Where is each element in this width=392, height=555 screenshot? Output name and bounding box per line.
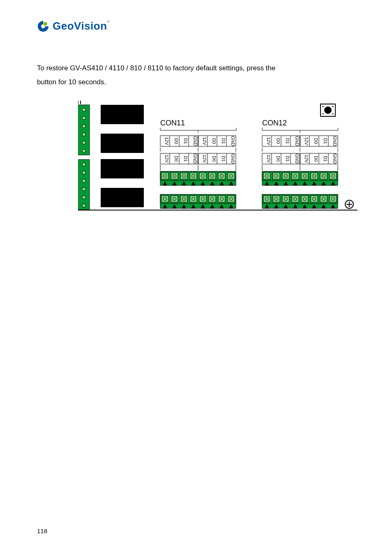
svg-rect-20 (101, 159, 144, 178)
svg-text:GND: GND (295, 154, 300, 164)
board-diagram: CON11 CON12 12V D0 D1 GND 12V D0 D1 GND (78, 101, 357, 214)
svg-text:D1: D1 (221, 156, 226, 162)
svg-point-12 (82, 163, 85, 166)
svg-point-149 (265, 174, 269, 178)
svg-text:D1: D1 (221, 138, 226, 144)
svg-text:12V: 12V (266, 155, 271, 163)
svg-text:D1: D1 (323, 138, 328, 144)
svg-point-104 (230, 197, 233, 201)
svg-text:GND: GND (332, 136, 337, 146)
svg-point-181 (294, 197, 297, 201)
brand-name: GeoVision (53, 20, 107, 32)
svg-point-185 (313, 197, 316, 201)
svg-text:GND: GND (193, 136, 198, 146)
svg-rect-4 (78, 105, 90, 155)
svg-point-102 (220, 197, 224, 201)
svg-text:12V: 12V (304, 155, 309, 163)
svg-point-183 (303, 197, 307, 201)
instruction-line1: To restore GV-AS410 / 4110 / 810 / 8110 … (37, 64, 275, 72)
con11-label: CON11 (160, 119, 185, 127)
svg-text:12V: 12V (202, 137, 207, 145)
svg-text:GND: GND (295, 136, 300, 146)
svg-point-24 (323, 106, 324, 107)
svg-text:D1: D1 (323, 156, 328, 162)
svg-rect-21 (101, 188, 144, 207)
svg-point-96 (192, 197, 195, 201)
svg-text:D0: D0 (212, 138, 217, 144)
svg-point-100 (211, 197, 214, 201)
header-logo: GeoVision® (37, 20, 355, 32)
svg-point-161 (322, 174, 325, 178)
svg-text:D0: D0 (276, 138, 281, 144)
svg-point-68 (182, 174, 186, 178)
svg-text:D0: D0 (174, 156, 179, 162)
svg-point-189 (332, 197, 335, 201)
svg-point-153 (284, 174, 288, 178)
logo-text: GeoVision® (53, 20, 110, 32)
svg-text:D0: D0 (276, 156, 281, 162)
svg-rect-18 (101, 105, 144, 124)
svg-point-5 (82, 108, 85, 111)
con12-label: CON12 (262, 119, 287, 127)
mounting-hole-icon (345, 200, 353, 208)
page-number: 118 (37, 527, 47, 534)
svg-point-14 (82, 179, 85, 183)
instruction-line2: button for 10 seconds. (37, 78, 106, 86)
svg-point-187 (322, 197, 325, 201)
svg-point-78 (230, 174, 233, 178)
svg-point-175 (265, 197, 269, 201)
svg-text:D1: D1 (183, 156, 188, 162)
svg-point-8 (82, 133, 85, 136)
svg-point-6 (82, 116, 85, 120)
svg-text:D1: D1 (285, 156, 290, 162)
svg-point-0 (44, 22, 47, 25)
svg-point-94 (182, 197, 186, 201)
svg-point-72 (201, 174, 205, 178)
svg-text:12V: 12V (304, 137, 309, 145)
svg-point-23 (324, 106, 332, 114)
svg-text:12V: 12V (164, 155, 169, 163)
instruction-text: To restore GV-AS410 / 4110 / 810 / 8110 … (37, 61, 355, 89)
svg-text:12V: 12V (266, 137, 271, 145)
svg-point-92 (173, 197, 176, 201)
reset-button-icon (321, 104, 335, 116)
svg-point-155 (294, 174, 297, 178)
trademark-icon: ® (107, 20, 110, 24)
svg-text:D0: D0 (314, 156, 318, 162)
svg-text:GND: GND (231, 154, 235, 164)
svg-point-177 (275, 197, 278, 201)
svg-point-17 (82, 204, 85, 207)
svg-point-76 (220, 174, 224, 178)
svg-point-179 (284, 197, 288, 201)
svg-point-98 (201, 197, 205, 201)
svg-text:D0: D0 (314, 138, 318, 144)
svg-text:GND: GND (193, 154, 198, 164)
svg-text:GND: GND (332, 154, 337, 164)
svg-point-27 (332, 113, 334, 115)
svg-point-151 (275, 174, 278, 178)
svg-point-66 (173, 174, 176, 178)
svg-point-163 (332, 174, 335, 178)
svg-point-13 (82, 171, 85, 174)
svg-point-159 (313, 174, 316, 178)
svg-rect-11 (78, 160, 90, 210)
svg-rect-19 (101, 134, 144, 153)
svg-point-70 (192, 174, 195, 178)
svg-point-15 (82, 187, 85, 191)
svg-point-64 (164, 174, 167, 178)
svg-point-10 (82, 149, 85, 153)
left-header-bottom (78, 160, 90, 210)
svg-text:12V: 12V (202, 155, 207, 163)
svg-point-7 (82, 125, 85, 128)
svg-point-26 (323, 113, 324, 115)
svg-point-25 (332, 106, 334, 107)
svg-text:D0: D0 (212, 156, 217, 162)
svg-point-16 (82, 196, 85, 199)
svg-point-9 (82, 141, 85, 144)
svg-point-90 (164, 197, 167, 201)
svg-text:12V: 12V (164, 137, 169, 145)
svg-point-157 (303, 174, 307, 178)
logo-mark-icon (37, 20, 49, 32)
svg-text:D1: D1 (285, 138, 290, 144)
svg-text:D1: D1 (183, 138, 188, 144)
